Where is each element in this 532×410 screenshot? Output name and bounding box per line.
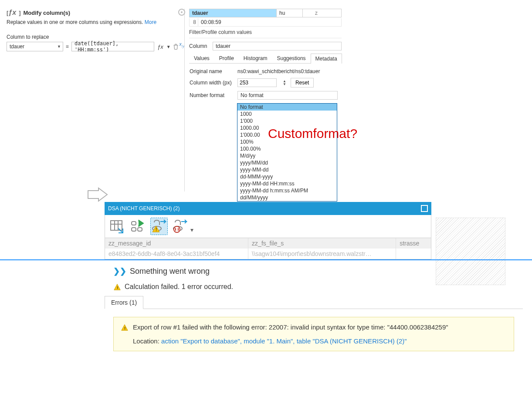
open-table-icon[interactable] [108, 218, 126, 235]
col-message-id[interactable]: zz_message_id [105, 238, 248, 249]
calc-failed-line: ! Calculation failed. 1 error occurred. [0, 279, 532, 296]
format-option[interactable]: M/d/yy [237, 152, 337, 159]
svg-rect-0 [111, 221, 122, 230]
svg-rect-4 [132, 222, 136, 225]
location-label: Location: [133, 337, 159, 345]
minimize-button[interactable] [410, 205, 417, 212]
errors-tabs: Errors (1) [105, 296, 523, 309]
format-option[interactable]: 1000 [237, 111, 337, 118]
number-format-label: Number format [190, 92, 233, 98]
number-format-dropdown: No format 1000 1'000 1000.00 1'000.00 10… [237, 103, 337, 202]
toolbar-overflow-button[interactable]: ▾ [190, 226, 193, 233]
column-width-label: Column width (px) [190, 80, 233, 86]
something-wrong-heading: ❯❯ Something went wrong [0, 260, 532, 279]
preview-header-row: tdauer hu z [189, 9, 342, 17]
window-title-bar: DSA (NICHT GENERISCH) (2) [105, 202, 431, 215]
modify-columns-heading: [ƒx] Modify column(s) [7, 9, 181, 17]
format-option[interactable]: 1'000 [237, 118, 337, 124]
format-option[interactable]: 100.00% [237, 145, 337, 152]
filter-profile-label: Filter/Profile column values [189, 29, 342, 35]
reset-width-button[interactable]: Reset [291, 78, 314, 87]
window-title: DSA (NICHT GENERISCH) (2) [108, 205, 180, 212]
col-strasse[interactable]: strasse [396, 238, 431, 249]
column-to-replace-label: Column to replace [7, 34, 181, 40]
error-message: Export of row #1 failed with the followi… [133, 323, 448, 331]
column-name-field[interactable]: tdauer [213, 42, 342, 50]
format-option[interactable]: yyyy-MM-dd [237, 166, 337, 173]
tab-values[interactable]: Values [189, 53, 214, 63]
svg-text:!: ! [124, 326, 125, 330]
tab-suggestions[interactable]: Suggestions [272, 53, 311, 63]
annotation-customformat: Customformat? [268, 126, 357, 141]
column-label: Column [189, 43, 208, 49]
equals-sign: = [65, 44, 70, 50]
table-toolbar: ! ▾ [105, 215, 431, 238]
row-index: 8 [190, 18, 198, 26]
location-link[interactable]: action "Export to database", module "1. … [161, 337, 407, 345]
expression-input[interactable]: date([tdauer], 'HH:mm:ss') [71, 42, 154, 51]
variable-icon[interactable]: x/y [179, 41, 184, 48]
original-name-value: ns0:wawi_schichtbericht/ns0:tdauer [237, 68, 341, 74]
tab-histogram[interactable]: Histogram [239, 53, 272, 63]
flow-arrow-icon [87, 187, 108, 202]
tabs: Values Profile Histogram Suggestions Met… [189, 53, 342, 64]
error-box: ! Export of row #1 failed with the follo… [113, 317, 514, 351]
cell-strasse [396, 249, 431, 259]
modify-columns-description: Replace values in one or more columns us… [7, 19, 181, 25]
export-warning-icon[interactable]: ! [150, 218, 168, 235]
preview-data-row: 8 00:08:59 [189, 18, 342, 27]
step-indicator-icon [178, 9, 185, 16]
svg-text:!: ! [117, 285, 118, 290]
svg-rect-5 [132, 228, 136, 231]
preview-col-z[interactable]: z [303, 9, 320, 17]
col-fs-file[interactable]: zz_fs_file_s [248, 238, 396, 249]
width-spinner[interactable]: ▲▼ [283, 80, 286, 86]
cell-fs-file: \\sagw104\import\esb\downstream.walzstr… [248, 249, 396, 259]
expression-menu-button[interactable]: ▼ [166, 44, 171, 49]
svg-rect-6 [138, 228, 142, 231]
tab-errors[interactable]: Errors (1) [105, 296, 143, 309]
steps-icon[interactable] [129, 218, 147, 235]
warning-icon: ! [121, 323, 129, 331]
format-option[interactable]: yyyy-MM-dd h:mm:ss AM/PM [237, 187, 337, 194]
format-option[interactable]: No format [237, 104, 337, 111]
format-option[interactable]: yyyy-MM-dd HH:mm:ss [237, 180, 337, 187]
cell-message-id: e8483ed2-6ddb-4af8-8e04-3ac31bf50ef4 [105, 249, 248, 259]
more-link[interactable]: More [145, 19, 156, 25]
svg-text:!: ! [156, 227, 157, 232]
preview-col-tdauer[interactable]: tdauer [190, 9, 277, 17]
delete-row-button[interactable] [173, 43, 179, 50]
format-option[interactable]: dd/MM/yyyy [237, 194, 337, 201]
maximize-button[interactable] [421, 205, 428, 212]
format-option[interactable]: yyyy/MM/dd [237, 159, 337, 166]
warning-icon: ! [113, 283, 121, 291]
expression-editor-button[interactable]: ƒx [156, 44, 165, 50]
number-format-select[interactable]: No format [237, 91, 338, 100]
export-pause-icon[interactable] [171, 218, 189, 235]
tab-profile[interactable]: Profile [214, 53, 239, 63]
svg-point-10 [174, 226, 180, 232]
column-width-input[interactable] [237, 78, 277, 87]
original-name-label: Original name [190, 68, 233, 74]
column-select[interactable]: tdauer▼ [7, 42, 63, 51]
data-grid: zz_message_id zz_fs_file_s strasse e8483… [105, 238, 431, 259]
chevrons-icon: ❯❯ [113, 266, 126, 276]
format-option[interactable]: dd-MMM-yyyy [237, 173, 337, 180]
row-value: 00:08:59 [198, 18, 341, 26]
preview-col-hu[interactable]: hu [277, 9, 303, 17]
tab-metadata[interactable]: Metadata [311, 54, 342, 64]
table-row[interactable]: e8483ed2-6ddb-4af8-8e04-3ac31bf50ef4 \\s… [105, 249, 431, 259]
